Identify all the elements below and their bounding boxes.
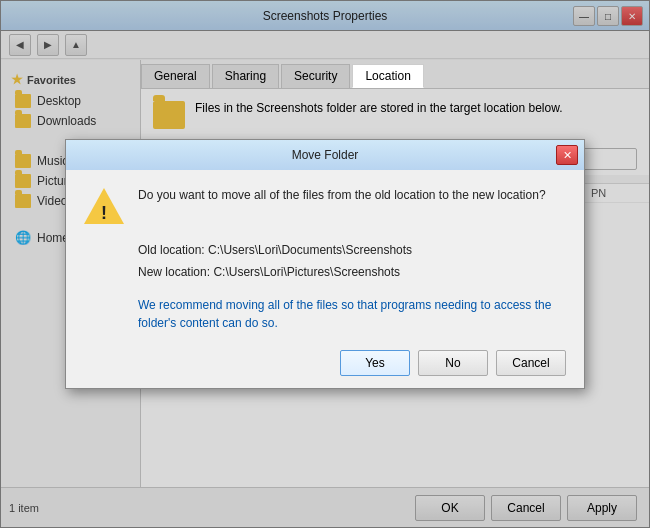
old-location-path: C:\Users\Lori\Documents\Screenshots: [208, 243, 412, 257]
warning-icon: !: [84, 186, 124, 226]
dialog-locations: Old location: C:\Users\Lori\Documents\Sc…: [138, 240, 566, 283]
dialog-titlebar: Move Folder ✕: [66, 140, 584, 170]
dialog-question-text: Do you want to move all of the files fro…: [138, 186, 546, 204]
no-button[interactable]: No: [418, 350, 488, 376]
dialog-question-row: ! Do you want to move all of the files f…: [84, 186, 566, 226]
new-location-line: New location: C:\Users\Lori\Pictures\Scr…: [138, 262, 566, 284]
tab-location[interactable]: Location: [352, 64, 423, 88]
yes-button[interactable]: Yes: [340, 350, 410, 376]
dialog-action-buttons: Yes No Cancel: [84, 350, 566, 376]
old-location-line: Old location: C:\Users\Lori\Documents\Sc…: [138, 240, 566, 262]
dialog-recommendation: We recommend moving all of the files so …: [138, 296, 566, 332]
exclamation-mark: !: [101, 204, 107, 222]
dialog-cancel-button[interactable]: Cancel: [496, 350, 566, 376]
move-folder-dialog: Move Folder ✕ ! Do you want to move all …: [65, 139, 585, 388]
old-location-label: Old location:: [138, 243, 205, 257]
new-location-label: New location:: [138, 265, 210, 279]
dialog-overlay: Move Folder ✕ ! Do you want to move all …: [0, 0, 650, 528]
dialog-body: ! Do you want to move all of the files f…: [66, 170, 584, 387]
dialog-close-button[interactable]: ✕: [556, 145, 578, 165]
dialog-title: Move Folder: [76, 148, 574, 162]
new-location-path: C:\Users\Lori\Pictures\Screenshots: [213, 265, 400, 279]
